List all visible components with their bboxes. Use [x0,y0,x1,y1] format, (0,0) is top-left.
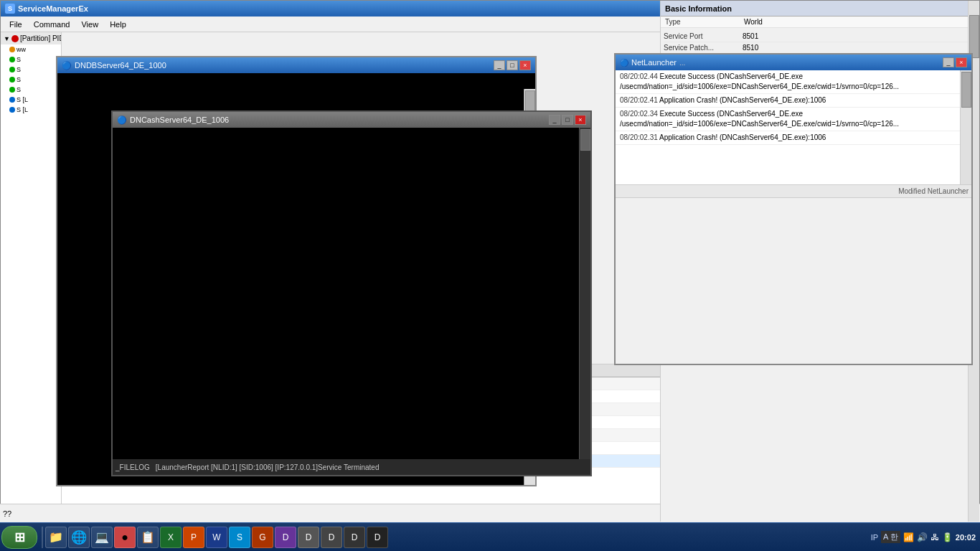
dncash-status-filelog: _FILELOG [116,463,150,471]
info-label-servicepatch: Service Patch... [664,44,743,52]
taskbar-divider [42,527,43,548]
dndb-close[interactable]: × [519,60,531,70]
taskbar-icon-word[interactable]: W [206,527,227,548]
systray-network: 🖧 [930,532,939,542]
nl-logtext-4-detail: Application Crash! (DNCashServer64_DE.ex… [659,133,826,141]
netlauncher-close[interactable]: × [956,57,967,67]
tree-item-s4[interactable]: S [1,85,61,95]
nl-timestamp-3: 08/20:02.34 [620,110,658,118]
dncash-status-bar: _FILELOG [LauncherReport [NLID:1] [SID:1… [113,459,590,475]
netlauncher-title-extra: ... [679,59,685,67]
netlauncher-scrollbar[interactable] [960,70,971,184]
dncash-close[interactable]: × [575,115,586,125]
tree-nymland-label: ww [17,46,26,53]
tree-dot-l2 [9,107,15,113]
dncash-scrollbar[interactable] [579,128,590,459]
clock-time: 20:02 [956,533,976,542]
tree-item-s2[interactable]: S [1,65,61,75]
netlauncher-title-text: NetLauncher [631,58,677,67]
dncash-console [113,128,590,459]
tree-item-l1[interactable]: S [L [1,95,61,105]
info-value-serviceport: 8501 [743,32,968,40]
taskbar-systray: IP A 한 📶 🔊 🖧 🔋 20:02 [871,531,979,543]
netlauncher-minimize[interactable]: _ [943,57,954,67]
dncash-title-bar[interactable]: 🔵 DNCashServer64_DE_1006 _ □ × [113,112,590,128]
taskbar-clock[interactable]: 20:02 [956,533,976,542]
nl-logtext-2-detail: Application Crash! (DNCashServer64_DE.ex… [659,96,826,104]
systray-battery: 🔋 [942,532,953,542]
netlauncher-info-section [616,198,971,364]
start-button[interactable]: ⊞ [1,526,37,549]
menu-view[interactable]: View [75,19,104,30]
tree-dot-s4 [9,87,15,93]
dncash-title-text: DNCashServer64_DE_1006 [130,116,229,124]
partition-label: [Partition] PID : 1 [20,34,61,42]
taskbar-icon-dn3[interactable]: D [321,527,342,548]
systray-ime[interactable]: A 한 [881,531,900,543]
taskbar-icon-pc[interactable]: 💻 [91,527,113,548]
dndb-minimize[interactable]: _ [494,60,505,70]
menu-help[interactable]: Help [104,19,132,30]
taskbar-icon-dn5[interactable]: D [367,527,388,548]
tree-partition[interactable]: ▼ [Partition] PID : 1 [1,32,61,44]
dncash-window: 🔵 DNCashServer64_DE_1006 _ □ × _FILELOG … [111,110,592,476]
nl-logtext-1-detail: Execute Success (DNCashServer64_DE.exe /… [620,72,899,90]
taskbar-icon-excel[interactable]: X [160,527,182,548]
netlauncher-title-bar[interactable]: 🔵 NetLauncher ... _ × [616,55,971,70]
tree-dot-nymland [9,47,15,52]
taskbar: ⊞ 📁 🌐 💻 ● 📋 X P W S G D D D D D IP A 한 📶… [0,522,980,551]
systray-volume: 🔊 [917,532,928,542]
taskbar-icon-dn4[interactable]: D [344,527,365,548]
menu-command[interactable]: Command [28,19,76,30]
menu-file[interactable]: File [4,19,28,30]
nl-log-row-4: 08/20:02.31 Application Crash! (DNCashSe… [616,131,971,145]
taskbar-icon-dn1[interactable]: D [275,527,296,548]
nl-timestamp-2: 08/20:02.41 [620,96,658,104]
tree-item-l2[interactable]: S [L [1,105,61,115]
info-label-serviceport: Service Port [664,32,743,40]
info-row-servicepatch: Service Patch... 8510 [664,42,968,54]
taskbar-icon-powerpoint[interactable]: P [183,527,204,548]
left-panel: ▼ [Partition] PID : 1 ww S S [1,32,62,522]
dncash-minimize[interactable]: _ [549,115,560,125]
nl-log-row-1: 08/20:02.44 Execute Success (DNCashServe… [616,70,971,94]
info-value-servicepatch: 8510 [743,44,968,52]
tree-item-s1[interactable]: S [1,55,61,65]
app-title: ServiceManagerEx [18,4,88,13]
netlauncher-footer: Modified NetLauncher [616,185,971,198]
app-icon: S [5,4,15,14]
info-row-serviceport: Service Port 8501 [664,32,968,42]
netlauncher-window: 🔵 NetLauncher ... _ × 08/20:02.44 Execut… [614,53,973,365]
tree-dot-partition [11,35,19,42]
nl-logtext-3-detail: Execute Success (DNCashServer64_DE.exe /… [620,110,899,128]
dncash-restore[interactable]: □ [562,115,573,125]
nl-log-row-2: 08/20:02.41 Application Crash! (DNCashSe… [616,94,971,108]
nl-log-row-3: 08/20:02.34 Execute Success (DNCashServe… [616,108,971,131]
taskbar-icon-folder[interactable]: 📁 [45,527,67,548]
dndb-title-text: DNDBServer64_DE_1000 [75,61,166,70]
systray-wifi: 📶 [903,532,914,542]
tree-dot-s1 [9,57,15,62]
taskbar-icon-note[interactable]: 📋 [137,527,159,548]
dncash-status-detail: [LauncherReport [NLID:1] [SID:1006] [IP:… [156,463,380,471]
netlauncher-scroll-thumb [961,72,971,108]
tree-dot-l1 [9,97,15,103]
taskbar-icon-chrome[interactable]: ● [114,527,136,548]
netlauncher-footer-text: Modified NetLauncher [898,187,969,195]
dndb-title-bar[interactable]: 🔵 DNDBServer64_DE_1000 _ □ × [57,57,535,73]
taskbar-icon-skype[interactable]: S [229,527,250,548]
systray-lang[interactable]: IP [871,533,878,542]
tree-item-nymland[interactable]: ww [1,44,61,55]
nl-timestamp-4: 08/20:02.31 [620,133,658,141]
nl-timestamp-1: 08/20:02.44 [620,72,658,80]
dndb-maximize[interactable]: □ [507,60,518,70]
tree-dot-s3 [9,77,15,83]
taskbar-icon-game1[interactable]: G [252,527,273,548]
tree-item-s3[interactable]: S [1,75,61,85]
netlauncher-log-area: 08/20:02.44 Execute Success (DNCashServe… [616,70,971,185]
taskbar-icon-ie[interactable]: 🌐 [68,527,90,548]
taskbar-icon-dn2[interactable]: D [298,527,319,548]
tree-dot-s2 [9,67,15,72]
dncash-scroll-thumb [580,129,590,151]
